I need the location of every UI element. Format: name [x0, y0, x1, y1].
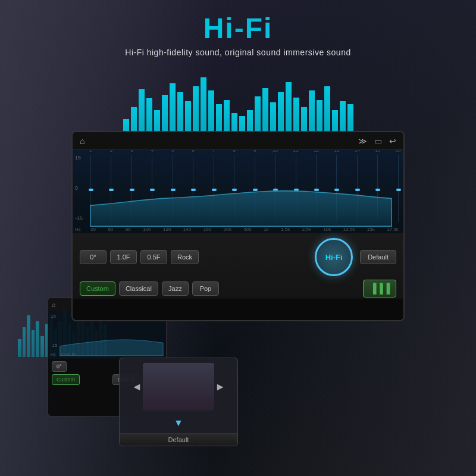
hifi-subtitle: Hi-Fi high-fidelity sound, original soun… — [119, 48, 357, 57]
hz-label: Hz — [75, 227, 81, 232]
nav-popup-arrows: ◄ ► — [120, 358, 237, 415]
status-icons-right: ≫ ▭ ↩ — [358, 136, 396, 146]
hifi-btn-label: Hi-Fi — [325, 253, 343, 262]
nav-right-arrow[interactable]: ► — [215, 381, 226, 393]
btn-pop[interactable]: Pop — [192, 281, 219, 296]
btn-05f[interactable]: 0.5F — [140, 250, 167, 264]
controls-row-2: Custom Classical Jazz Pop ▐▐▐ — [80, 280, 396, 298]
nav-popup-image — [143, 363, 214, 411]
title-section: Hi-Fi Hi-Fi high-fidelity sound, origina… — [119, 12, 357, 57]
nav-left-arrow[interactable]: ◄ — [131, 381, 142, 393]
btn-rock[interactable]: Rock — [171, 250, 199, 264]
btn-jazz[interactable]: Jazz — [162, 281, 189, 296]
freq-label: 2.5k — [302, 227, 311, 232]
btn-sound-bars[interactable]: ▐▐▐ — [363, 280, 396, 298]
freq-label: 15k — [367, 227, 375, 232]
nav-down-arrow[interactable]: ▼ — [174, 418, 183, 428]
freq-label: 140 — [183, 227, 191, 232]
freq-label: 10k — [323, 227, 331, 232]
freq-label: 120 — [163, 227, 171, 232]
hifi-button[interactable]: Hi-Fi — [315, 238, 353, 276]
eq-curve-svg — [73, 150, 403, 233]
btn-0deg[interactable]: 0° — [80, 250, 107, 264]
car-seat-visual — [143, 363, 214, 411]
eq-bar-left — [23, 327, 26, 357]
btn-1f[interactable]: 1.0F — [110, 250, 137, 264]
secondary-btn-0deg[interactable]: 0° — [52, 361, 67, 372]
freq-label: 200 — [224, 227, 231, 232]
freq-label: 160 — [203, 227, 211, 232]
eq-bar-left — [40, 336, 44, 357]
eq-controls: 0° 1.0F 0.5F Rock Hi-Fi Default Custom C… — [73, 233, 403, 299]
eq-bar-left — [36, 321, 39, 357]
freq-label: 100 — [143, 227, 151, 232]
nav-popup-inner: ◄ ► ▼ Default — [120, 358, 237, 446]
nav-popup-label[interactable]: Default — [120, 433, 237, 446]
freq-label: 20 — [90, 227, 96, 232]
btn-custom[interactable]: Custom — [80, 281, 115, 296]
status-bar: ⌂ ≫ ▭ ↩ — [73, 132, 403, 150]
btn-classical[interactable]: Classical — [119, 281, 158, 296]
freq-label: 80 — [126, 227, 131, 232]
freq-label: 500 — [243, 227, 251, 232]
double-chevron-icon: ≫ — [358, 136, 367, 146]
eq-bar-left — [18, 339, 21, 357]
secondary-hz: Hz — [51, 352, 56, 356]
secondary-eq-bottom: -15 — [51, 343, 58, 348]
freq-label: 1k — [264, 227, 268, 232]
btn-default[interactable]: Default — [360, 250, 396, 264]
hifi-title: Hi-Fi — [119, 12, 357, 45]
main-screen: ⌂ ≫ ▭ ↩ 15 0 -15 12345678910111213141516 — [71, 131, 405, 321]
home-icon[interactable]: ⌂ — [80, 136, 84, 146]
window-icon: ▭ — [374, 136, 382, 146]
secondary-eq-top: 15 — [51, 314, 56, 319]
freq-label: 60 — [108, 227, 113, 232]
eq-bar-left — [32, 330, 35, 357]
freq-label: 17.5k — [387, 227, 399, 232]
controls-row-1: 0° 1.0F 0.5F Rock Hi-Fi Default — [80, 238, 396, 276]
eq-bar-left — [27, 315, 30, 357]
nav-popup: ◄ ► ▼ Default — [119, 358, 238, 446]
freq-label: 1.5k — [281, 227, 290, 232]
secondary-btn-custom[interactable]: Custom — [52, 374, 80, 385]
secondary-freqs: 20 60 80 — [60, 352, 76, 356]
eq-display: 15 0 -15 12345678910111213141516 2060801… — [73, 150, 403, 233]
nav-popup-down: ▼ — [174, 415, 183, 433]
secondary-home-icon: ⌂ — [52, 301, 56, 308]
freq-label: 12.5k — [343, 227, 355, 232]
back-icon[interactable]: ↩ — [389, 136, 396, 146]
eq-freq-labels: 2060801001201401602005001k1.5k2.5k10k12.… — [90, 227, 403, 232]
hifi-button-outer: Hi-Fi — [315, 238, 353, 276]
